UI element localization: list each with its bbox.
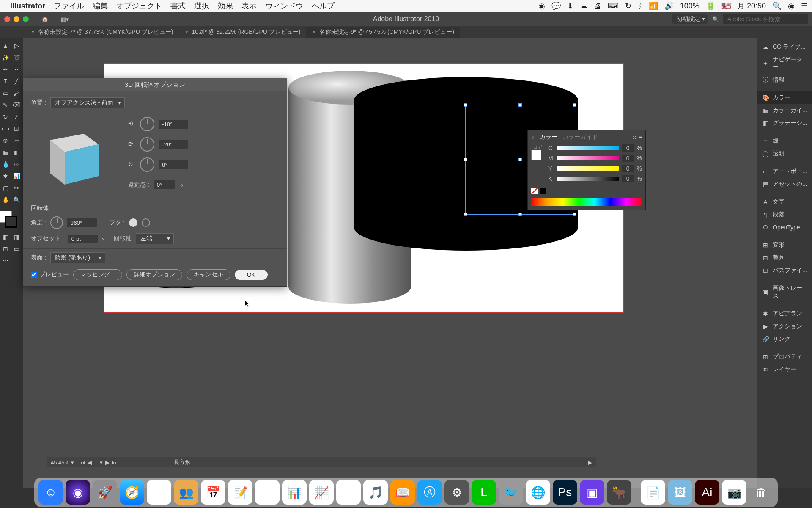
- close-window-button[interactable]: [4, 16, 10, 22]
- dock-app-icon[interactable]: Ⓐ: [417, 480, 442, 505]
- dock-app-icon[interactable]: 👥: [174, 480, 198, 505]
- cap-off-icon[interactable]: [142, 218, 150, 227]
- notifications-icon[interactable]: ☰: [801, 2, 808, 10]
- maximize-window-button[interactable]: [23, 16, 29, 22]
- screen-mode-icon[interactable]: ▭: [11, 244, 22, 254]
- close-icon[interactable]: ×: [312, 29, 315, 36]
- doc-tab-3[interactable]: ×名称未設定-9* @ 45.45% (CMYK/GPU プレビュー): [306, 27, 460, 38]
- rotate-tool[interactable]: ↻: [0, 112, 11, 122]
- black-color-icon[interactable]: [540, 188, 546, 194]
- arrange-icon[interactable]: ▥▾: [61, 16, 69, 22]
- dock-app-icon[interactable]: 🌐: [526, 480, 550, 505]
- panel-アピアラン...[interactable]: ✱アピアラン...: [757, 307, 812, 320]
- paintbrush-tool[interactable]: 🖌: [11, 88, 22, 98]
- expand-icon[interactable]: ▶: [588, 459, 592, 466]
- dock-app-icon[interactable]: 🗺: [255, 480, 280, 505]
- hand-tool[interactable]: ✋: [0, 195, 11, 205]
- C-slider[interactable]: [557, 146, 619, 150]
- color-mode-icon[interactable]: ◧: [0, 232, 11, 242]
- doc-tab-1[interactable]: ×名称未設定-7* @ 37.73% (CMYK/GPU プレビュー): [25, 27, 179, 38]
- none-color-icon[interactable]: [531, 188, 538, 194]
- wifi-icon[interactable]: 📶: [649, 2, 658, 10]
- print-icon[interactable]: 🖨: [594, 2, 601, 10]
- flag-icon[interactable]: 🇺🇸: [721, 2, 731, 10]
- page-nav[interactable]: ⏮◀1▾▶⏭: [78, 459, 119, 466]
- gradient-tool[interactable]: ◧: [11, 147, 22, 157]
- panel-グラデーシ...[interactable]: ◧グラデーシ...: [757, 117, 812, 130]
- symbol-sprayer-tool[interactable]: ✱: [0, 171, 11, 181]
- direct-selection-tool[interactable]: ▷: [11, 41, 22, 51]
- dock-app-icon[interactable]: 🧭: [120, 480, 144, 505]
- slice-tool[interactable]: ✂: [11, 183, 22, 193]
- edit-toolbar-icon[interactable]: ⋯: [0, 256, 11, 266]
- y-rotation-input[interactable]: [159, 140, 188, 149]
- pen-tool[interactable]: ✒: [0, 64, 11, 75]
- curvature-tool[interactable]: 〰: [11, 64, 22, 75]
- menu-effect[interactable]: 効果: [218, 1, 233, 11]
- blend-tool[interactable]: ⊙: [11, 159, 22, 169]
- record-icon[interactable]: ◉: [538, 2, 545, 10]
- dock-app-icon[interactable]: 🖥: [336, 480, 361, 505]
- gradient-mode-icon[interactable]: ◨: [11, 232, 22, 242]
- panel-collapse-icon[interactable]: «: [531, 134, 535, 141]
- cancel-button[interactable]: キャンセル: [187, 269, 230, 280]
- angle-input[interactable]: [67, 218, 97, 227]
- dock-app-icon[interactable]: Ps: [553, 480, 577, 505]
- surface-select[interactable]: 陰影 (艶あり): [50, 252, 105, 263]
- axis-select[interactable]: 左端: [136, 233, 174, 244]
- panel-プロパティ[interactable]: ⊞プロパティ: [757, 351, 812, 363]
- preview-checkbox[interactable]: プレビュー: [31, 271, 69, 279]
- panel-カラー[interactable]: 🎨カラー: [757, 91, 812, 104]
- stroke-color[interactable]: [5, 216, 17, 228]
- dock-app-icon[interactable]: 🚀: [93, 480, 117, 505]
- dock-app-icon[interactable]: 📄: [641, 480, 665, 505]
- z-rotation-input[interactable]: [159, 160, 188, 169]
- dock-app-icon[interactable]: L: [472, 480, 496, 505]
- lasso-tool[interactable]: ➰: [11, 52, 22, 63]
- workspace-preset-select[interactable]: 初期設定: [672, 14, 708, 24]
- dock-app-icon[interactable]: ✉: [147, 480, 171, 505]
- fill-stroke-colorbox[interactable]: [0, 211, 17, 228]
- chevron-right-icon[interactable]: ›: [102, 235, 104, 242]
- position-select[interactable]: オフアクシス法 - 前面: [50, 97, 125, 108]
- cap-on-icon[interactable]: [129, 218, 137, 227]
- eraser-tool[interactable]: ⌫: [11, 100, 22, 110]
- eyedropper-tool[interactable]: 💧: [0, 159, 11, 169]
- chevron-right-icon[interactable]: ›: [181, 182, 184, 188]
- dock-app-icon[interactable]: ☺: [38, 480, 63, 505]
- Y-slider[interactable]: [557, 166, 619, 171]
- panel-文字[interactable]: A文字: [757, 196, 812, 208]
- dock-app-icon[interactable]: 📷: [722, 480, 746, 505]
- M-value[interactable]: 0: [622, 155, 634, 162]
- dock-app-icon[interactable]: ⚙: [444, 480, 469, 505]
- panel-menu-icon[interactable]: ›› ≡: [633, 134, 642, 141]
- K-value[interactable]: 0: [622, 175, 634, 182]
- panel-CC ライブ...[interactable]: ☁CC ライブ...: [757, 41, 812, 53]
- menu-edit[interactable]: 編集: [93, 1, 108, 11]
- dock-app-icon[interactable]: 🐦: [499, 480, 523, 505]
- free-transform-tool[interactable]: ⊡: [11, 124, 22, 134]
- C-value[interactable]: 0: [622, 144, 634, 152]
- close-icon[interactable]: ×: [31, 29, 35, 36]
- selection-tool[interactable]: ▲: [0, 41, 11, 51]
- width-tool[interactable]: ⟷: [0, 124, 11, 134]
- x-rotation-dial[interactable]: [140, 117, 154, 131]
- keyboard-icon[interactable]: ⌨: [608, 2, 619, 10]
- bluetooth-icon[interactable]: ᛒ: [638, 2, 642, 10]
- menu-object[interactable]: オブジェクト: [116, 1, 162, 11]
- more-options-button[interactable]: 詳細オプション: [126, 269, 182, 280]
- home-icon[interactable]: 🏠: [41, 16, 48, 22]
- mesh-tool[interactable]: ▦: [0, 147, 11, 157]
- K-slider[interactable]: [557, 177, 619, 181]
- menu-window[interactable]: ウィンドウ: [265, 1, 303, 11]
- panel-整列[interactable]: ⊟整列: [757, 251, 812, 264]
- dock-app-icon[interactable]: Ai: [695, 480, 719, 505]
- fill-swatch[interactable]: [531, 150, 541, 160]
- shape-builder-tool[interactable]: ⊕: [0, 135, 11, 146]
- panel-画像トレース[interactable]: ▣画像トレース: [757, 282, 812, 302]
- ok-button[interactable]: OK: [235, 270, 268, 280]
- close-icon[interactable]: ×: [185, 29, 188, 36]
- color-guide-tab[interactable]: カラーガイド: [562, 133, 598, 141]
- angle-dial[interactable]: [50, 216, 63, 229]
- color-tab[interactable]: カラー: [540, 133, 557, 141]
